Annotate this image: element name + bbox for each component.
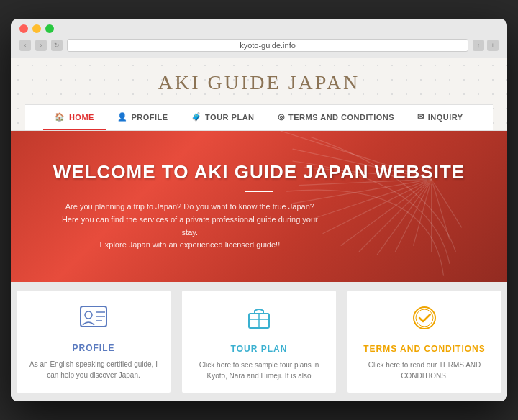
terms-card-text: Click here to read our TERMS AND CONDITI… bbox=[359, 360, 490, 381]
maximize-button[interactable] bbox=[45, 24, 54, 33]
site-header: AKI GUIDE JAPAN 🏠 HOME 👤 PROFILE 🧳 TOUR … bbox=[11, 58, 507, 131]
nav-home[interactable]: 🏠 HOME bbox=[43, 105, 106, 130]
home-icon: 🏠 bbox=[55, 112, 65, 122]
profile-card-icon bbox=[28, 305, 159, 336]
profile-icon: 👤 bbox=[117, 112, 128, 122]
nav-terms-label: TERMS AND CONDITIONS bbox=[288, 113, 394, 122]
hero-section: WELCOME TO AKI GUIDE JAPAN WEBSITE Are y… bbox=[11, 131, 507, 282]
forward-button[interactable]: › bbox=[35, 40, 47, 51]
site-nav: 🏠 HOME 👤 PROFILE 🧳 TOUR PLAN ◎ TERMS AND… bbox=[25, 104, 493, 130]
terms-icon: ◎ bbox=[278, 112, 286, 122]
hero-divider bbox=[245, 191, 273, 192]
back-button[interactable]: ‹ bbox=[19, 40, 31, 51]
traffic-lights bbox=[19, 24, 499, 33]
hero-content: WELCOME TO AKI GUIDE JAPAN WEBSITE Are y… bbox=[53, 161, 465, 251]
inquiry-icon: ✉ bbox=[417, 112, 424, 122]
browser-toolbar: ‹ › ↻ kyoto-guide.info ↑ + bbox=[19, 39, 499, 52]
share-button[interactable]: ↑ bbox=[473, 40, 484, 51]
browser-window: ‹ › ↻ kyoto-guide.info ↑ + AKI GUIDE JAP… bbox=[11, 19, 507, 401]
close-button[interactable] bbox=[19, 24, 28, 33]
profile-card-title: PROFILE bbox=[28, 343, 159, 353]
reload-button[interactable]: ↻ bbox=[51, 40, 63, 51]
nav-profile-label: PROFILE bbox=[131, 113, 168, 122]
profile-card-text: As an English-speaking certified guide, … bbox=[28, 359, 159, 380]
nav-home-label: HOME bbox=[69, 113, 94, 122]
terms-card-title: TERMS AND CONDITIONS bbox=[359, 344, 490, 354]
nav-inquiry[interactable]: ✉ INQUIRY bbox=[406, 105, 474, 130]
terms-card[interactable]: TERMS AND CONDITIONS Click here to read … bbox=[347, 291, 501, 393]
minimize-button[interactable] bbox=[32, 24, 41, 33]
tour-icon: 🧳 bbox=[191, 112, 202, 122]
browser-actions: ↑ + bbox=[473, 40, 499, 51]
cards-section: PROFILE As an English-speaking certified… bbox=[11, 282, 507, 401]
nav-terms[interactable]: ◎ TERMS AND CONDITIONS bbox=[266, 105, 406, 130]
website-content: AKI GUIDE JAPAN 🏠 HOME 👤 PROFILE 🧳 TOUR … bbox=[11, 58, 507, 401]
site-title: AKI GUIDE JAPAN bbox=[25, 71, 493, 94]
hero-title: WELCOME TO AKI GUIDE JAPAN WEBSITE bbox=[53, 161, 465, 183]
nav-profile[interactable]: 👤 PROFILE bbox=[106, 105, 180, 130]
nav-tour-label: TOUR PLAN bbox=[205, 113, 254, 122]
svg-point-24 bbox=[414, 307, 435, 329]
bookmark-button[interactable]: + bbox=[487, 40, 499, 51]
browser-chrome: ‹ › ↻ kyoto-guide.info ↑ + bbox=[11, 19, 507, 58]
nav-inquiry-label: INQUIRY bbox=[428, 113, 463, 122]
tour-card-title: TOUR PLAN bbox=[194, 344, 324, 354]
address-bar[interactable]: kyoto-guide.info bbox=[67, 39, 468, 52]
nav-tour-plan[interactable]: 🧳 TOUR PLAN bbox=[180, 105, 266, 130]
terms-card-icon bbox=[359, 305, 490, 337]
hero-subtitle: Are you planning a trip to Japan? Do you… bbox=[53, 201, 327, 251]
tour-card-text: Click here to see sample tour plans in K… bbox=[194, 360, 324, 381]
tour-card-icon bbox=[194, 305, 324, 337]
profile-card[interactable]: PROFILE As an English-speaking certified… bbox=[17, 291, 171, 393]
tour-plan-card[interactable]: TOUR PLAN Click here to see sample tour … bbox=[182, 291, 336, 393]
